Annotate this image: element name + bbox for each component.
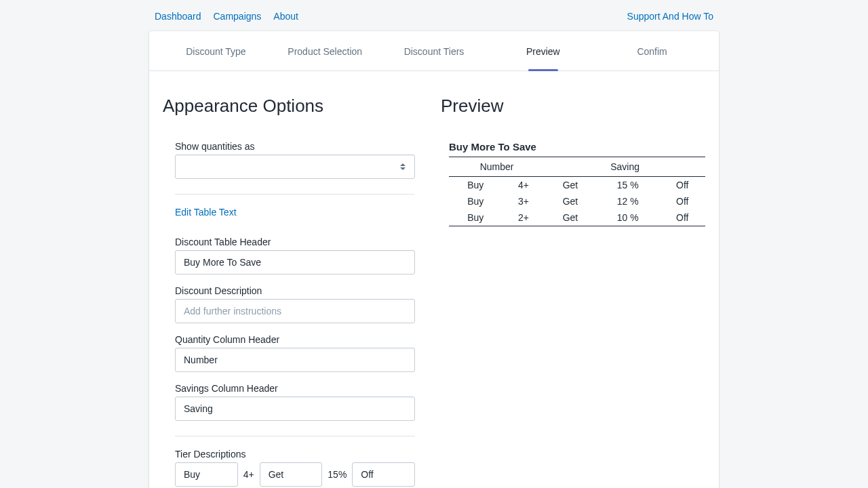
main-card: Discount Type Product Selection Discount… xyxy=(149,31,719,488)
tier-off-input[interactable] xyxy=(352,462,415,487)
tab-discount-type[interactable]: Discount Type xyxy=(161,31,271,70)
preview-col-saving: Saving xyxy=(545,157,705,177)
preview-table-title: Buy More To Save xyxy=(449,141,705,157)
nav-campaigns[interactable]: Campaigns xyxy=(214,11,262,22)
tier-buy-input[interactable] xyxy=(175,462,238,487)
preview-heading: Preview xyxy=(441,96,705,117)
tab-confirm[interactable]: Confim xyxy=(597,31,707,70)
divider xyxy=(175,194,415,195)
show-quantities-label: Show quantities as xyxy=(175,141,415,152)
edit-table-text-link[interactable]: Edit Table Text xyxy=(175,207,237,218)
description-input[interactable] xyxy=(175,299,415,323)
table-row: Buy 2+ Get 10 % Off xyxy=(449,209,705,226)
tier-get-input[interactable] xyxy=(260,462,323,487)
top-nav: Dashboard Campaigns About Support And Ho… xyxy=(149,11,719,31)
tab-preview[interactable]: Preview xyxy=(488,31,597,70)
tier-pct-text: 15% xyxy=(328,469,347,480)
tier-qty-text: 4+ xyxy=(243,469,254,480)
table-header-input[interactable] xyxy=(175,250,415,274)
table-header-label: Discount Table Header xyxy=(175,237,415,247)
divider xyxy=(175,436,415,436)
preview-table: Number Saving Buy 4+ Get 15 % Off xyxy=(449,157,705,226)
nav-about[interactable]: About xyxy=(273,11,298,22)
appearance-heading: Appearance Options xyxy=(163,96,427,117)
table-row: Buy 4+ Get 15 % Off xyxy=(449,177,705,194)
nav-support[interactable]: Support And How To xyxy=(627,11,713,22)
savings-col-label: Savings Column Header xyxy=(175,383,415,394)
preview-col-quantity: Number xyxy=(449,157,545,177)
description-label: Discount Description xyxy=(175,285,415,296)
tab-discount-tiers[interactable]: Discount Tiers xyxy=(380,31,489,70)
tier-desc-label: Tier Descriptions xyxy=(175,449,415,460)
savings-col-input[interactable] xyxy=(175,396,415,421)
table-row: Buy 3+ Get 12 % Off xyxy=(449,193,705,209)
tabs: Discount Type Product Selection Discount… xyxy=(149,31,719,71)
tab-product-selection[interactable]: Product Selection xyxy=(271,31,380,70)
qty-col-label: Quantity Column Header xyxy=(175,334,415,345)
qty-col-input[interactable] xyxy=(175,348,415,372)
nav-dashboard[interactable]: Dashboard xyxy=(155,11,201,22)
show-quantities-select[interactable] xyxy=(175,155,415,179)
